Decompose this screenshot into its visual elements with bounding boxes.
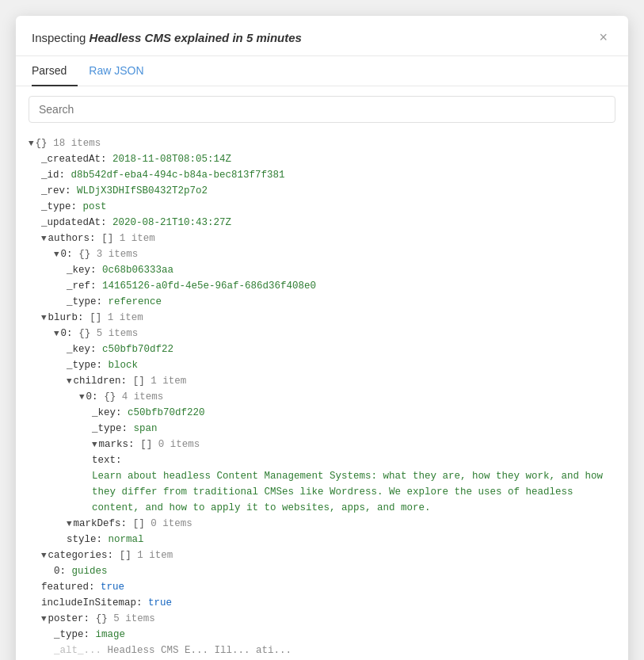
modal-header: Inspecting Headless CMS explained in 5 m… bbox=[16, 16, 628, 56]
list-item: _createdAt: 2018-11-08T08:05:14Z bbox=[41, 151, 615, 167]
list-item: _key: c50bfb70df220 bbox=[92, 405, 615, 421]
list-item: _key: 0c68b06333aa bbox=[67, 262, 615, 278]
list-item: ▼ 0: {} 5 items bbox=[54, 326, 615, 341]
children-0-children: _key: c50bfb70df220 _type: span ▼ marks:… bbox=[79, 405, 615, 516]
tabs-bar: Parsed Raw JSON bbox=[16, 56, 628, 86]
authors-children: ▼ 0: {} 3 items _key: 0c68b06333aa _ref:… bbox=[41, 246, 615, 310]
toggle-poster[interactable]: ▼ bbox=[41, 612, 47, 627]
inspect-modal: Inspecting Headless CMS explained in 5 m… bbox=[16, 16, 628, 660]
close-button[interactable]: × bbox=[594, 29, 612, 46]
categories-children: 0: guides bbox=[41, 563, 615, 579]
modal-title: Inspecting Headless CMS explained in 5 m… bbox=[32, 31, 302, 44]
list-item: ▼ authors: [] 1 item bbox=[41, 231, 615, 246]
list-item: 0: guides bbox=[54, 563, 615, 579]
title-prefix: Inspecting bbox=[32, 31, 90, 44]
list-item: text: Learn about headless Content Manag… bbox=[92, 452, 615, 516]
list-item: _type: span bbox=[92, 421, 615, 437]
list-item: ▼ children: [] 1 item bbox=[67, 373, 615, 389]
list-item: _type: block bbox=[67, 357, 615, 373]
list-item: _id: d8b542df-eba4-494c-b84a-bec813f7f38… bbox=[41, 167, 615, 183]
children-children: ▼ 0: {} 4 items _key: c50bfb70df220 _typ… bbox=[67, 389, 615, 516]
blurb-children: ▼ 0: {} 5 items _key: c50bfb70df22 _type… bbox=[41, 326, 615, 547]
list-item: ▼ poster: {} 5 items bbox=[41, 611, 615, 627]
list-item: ▼ 0: {} 4 items bbox=[79, 389, 615, 405]
toggle-blurb-0[interactable]: ▼ bbox=[54, 327, 59, 341]
list-item: style: normal bbox=[67, 532, 615, 547]
toggle-children[interactable]: ▼ bbox=[67, 375, 72, 389]
tab-raw-json[interactable]: Raw JSON bbox=[78, 56, 154, 86]
json-tree: ▼ {} 18 items _createdAt: 2018-11-08T08:… bbox=[16, 132, 628, 660]
list-item: _updatedAt: 2020-08-21T10:43:27Z bbox=[41, 215, 615, 231]
list-item: _alt_... Headless CMS E... Ill... ati... bbox=[54, 643, 615, 658]
tab-parsed[interactable]: Parsed bbox=[32, 56, 78, 86]
root-children: _createdAt: 2018-11-08T08:05:14Z _id: d8… bbox=[29, 151, 615, 658]
toggle-blurb[interactable]: ▼ bbox=[41, 311, 47, 326]
toggle-authors-0[interactable]: ▼ bbox=[54, 248, 59, 262]
list-item: ▼ 0: {} 3 items bbox=[54, 246, 615, 262]
list-item: _type: image bbox=[54, 627, 615, 643]
list-item: ▼ blurb: [] 1 item bbox=[41, 310, 615, 326]
list-item: _rev: WLDjX3DHIfSB0432T2p7o2 bbox=[41, 183, 615, 199]
list-item: _type: reference bbox=[67, 294, 615, 310]
toggle-marks[interactable]: ▼ bbox=[92, 438, 97, 452]
list-item: ▼ {} 18 items bbox=[29, 135, 615, 151]
list-item: ▼ markDefs: [] 0 items bbox=[67, 516, 615, 532]
list-item: featured: true bbox=[41, 579, 615, 595]
title-em: Headless CMS explained in 5 minutes bbox=[90, 31, 302, 44]
toggle-categories[interactable]: ▼ bbox=[41, 549, 47, 563]
list-item: _key: c50bfb70df22 bbox=[67, 341, 615, 357]
list-item: _type: post bbox=[41, 199, 615, 215]
list-item: _ref: 14165126-a0fd-4e5e-96af-686d36f408… bbox=[67, 278, 615, 294]
list-item: ▼ marks: [] 0 items bbox=[92, 437, 615, 452]
toggle-children-0[interactable]: ▼ bbox=[79, 391, 85, 405]
search-input[interactable] bbox=[29, 96, 615, 123]
authors-0-children: _key: 0c68b06333aa _ref: 14165126-a0fd-4… bbox=[54, 262, 615, 310]
blurb-0-children: _key: c50bfb70df22 _type: block ▼ childr… bbox=[54, 341, 615, 547]
toggle-authors[interactable]: ▼ bbox=[41, 232, 47, 246]
list-item: includeInSitemap: true bbox=[41, 595, 615, 611]
poster-children: _type: image _alt_... Headless CMS E... … bbox=[41, 627, 615, 658]
toggle-root[interactable]: ▼ bbox=[29, 137, 34, 151]
list-item: ▼ categories: [] 1 item bbox=[41, 547, 615, 563]
toggle-markdefs[interactable]: ▼ bbox=[67, 517, 72, 532]
